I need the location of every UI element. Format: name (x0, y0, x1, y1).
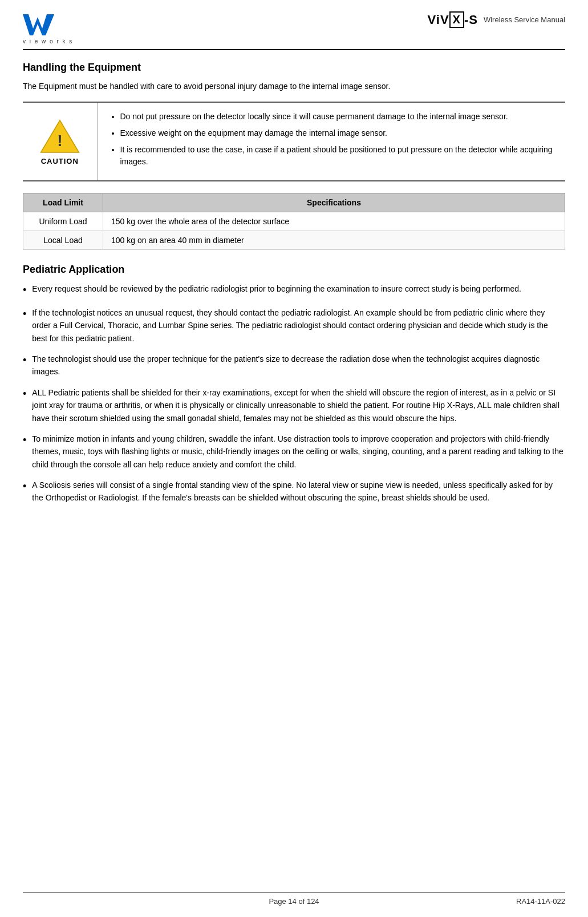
footer-page-info: Page 14 of 124 (269, 897, 319, 906)
logo-area: v i e w o r k s (23, 11, 73, 45)
load-spec-1: 150 kg over the whole area of the detect… (103, 212, 565, 231)
section1-title: Handling the Equipment (23, 62, 565, 74)
load-limit-1: Uniform Load (23, 212, 103, 231)
load-spec-2: 100 kg on an area 40 mm in diameter (103, 231, 565, 250)
vivix-suffix: -S (464, 13, 478, 27)
pediatric-bullet-5: To minimize motion in infants and young … (23, 433, 565, 471)
caution-table: ! CAUTION Do not put pressure on the det… (23, 102, 565, 181)
vivix-logo: ViVX-S (428, 11, 478, 28)
section2-title: Pediatric Application (23, 264, 565, 276)
table-row: Uniform Load 150 kg over the whole area … (23, 212, 565, 231)
pediatric-bullet-list: Every request should be reviewed by the … (23, 282, 565, 504)
page-footer: Page 14 of 124 RA14-11A-022 (23, 892, 565, 906)
table-row: Local Load 100 kg on an area 40 mm in di… (23, 231, 565, 250)
footer-doc-ref: RA14-11A-022 (516, 897, 565, 906)
page-header: v i e w o r k s ViVX-S Wireless Service … (23, 11, 565, 50)
svg-marker-0 (23, 14, 54, 35)
caution-label: CAUTION (41, 157, 79, 165)
vivix-text-pre: ViV (428, 13, 449, 27)
pediatric-bullet-6: A Scoliosis series will consist of a sin… (23, 479, 565, 504)
caution-content-cell: Do not put pressure on the detector loca… (97, 102, 565, 181)
caution-icon-wrap: ! CAUTION (32, 118, 88, 165)
caution-triangle-icon: ! (40, 118, 80, 153)
load-table-header-2: Specifications (103, 193, 565, 212)
caution-bullet-1: Do not put pressure on the detector loca… (120, 111, 557, 123)
load-limit-2: Local Load (23, 231, 103, 250)
vivix-box: X (449, 11, 464, 28)
load-limit-table: Load Limit Specifications Uniform Load 1… (23, 193, 565, 250)
pediatric-bullet-4: ALL Pediatric patients shall be shielded… (23, 386, 565, 425)
header-right: ViVX-S Wireless Service Manual (428, 11, 565, 28)
pediatric-bullet-3: The technologist should use the proper t… (23, 353, 565, 378)
viewworks-text: v i e w o r k s (23, 38, 73, 45)
caution-icon-cell: ! CAUTION (23, 102, 97, 181)
load-table-header-1: Load Limit (23, 193, 103, 212)
caution-bullet-3: It is recommended to use the case, in ca… (120, 144, 557, 168)
section1-intro: The Equipment must be handled with care … (23, 80, 565, 92)
pediatric-bullet-2: If the technologist notices an unusual r… (23, 306, 565, 345)
svg-text:!: ! (57, 132, 62, 150)
caution-bullet-2: Excessive weight on the equipment may da… (120, 127, 557, 139)
pediatric-bullet-1: Every request should be reviewed by the … (23, 282, 565, 298)
manual-title: Wireless Service Manual (484, 15, 565, 24)
caution-bullet-list: Do not put pressure on the detector loca… (107, 111, 557, 168)
viewworks-logo-icon (23, 11, 54, 37)
